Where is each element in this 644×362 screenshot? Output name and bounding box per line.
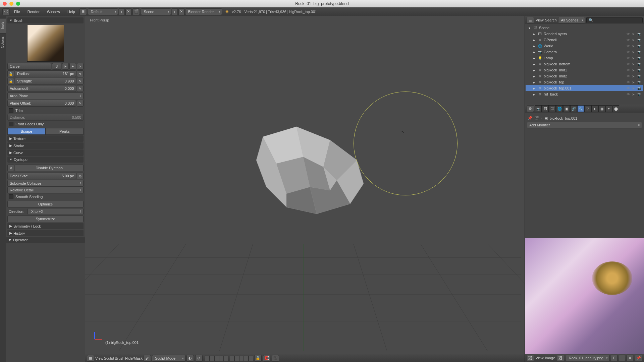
outliner-item[interactable]: ▸▽bigRock_mid1👁➤📷 [526, 67, 643, 73]
minimize-window-button[interactable] [9, 2, 13, 6]
tab-options[interactable]: Options [0, 33, 6, 51]
properties-editor-icon[interactable]: ⚙ [527, 105, 534, 112]
optimize-button[interactable]: Optimize [7, 201, 84, 207]
texture-panel[interactable]: ▶Texture [7, 135, 84, 142]
add-scene-button[interactable]: + [172, 8, 178, 15]
tab-data-icon[interactable]: ▽ [584, 105, 591, 112]
add-layout-button[interactable]: + [119, 8, 125, 15]
outliner-item[interactable]: ▸📷Camera👁➤📷 [526, 49, 643, 55]
brush-menu[interactable]: Brush [115, 356, 124, 360]
curve-panel[interactable]: ▶Curve [7, 149, 84, 156]
tab-modifiers-icon[interactable]: 🔧 [577, 105, 584, 112]
lock-strength-icon[interactable]: 🔒 [7, 78, 14, 84]
brush-panel-header[interactable]: ▼Brush [7, 17, 84, 23]
subdivide-method-select[interactable]: Subdivide Collapse [7, 180, 84, 187]
image-fake-user-button[interactable]: F [611, 355, 618, 361]
outliner-filter-dropdown[interactable]: All Scenes [558, 17, 585, 23]
outliner-item[interactable]: ▸▽bigRock_top👁➤📷 [526, 79, 643, 85]
fake-user-button[interactable]: F [62, 63, 69, 70]
render-engine-dropdown[interactable]: Blender Render [185, 8, 222, 15]
tab-physics-icon[interactable]: ⬤ [612, 105, 619, 112]
plane-offset-field[interactable]: Plane Offset:0.000 [7, 100, 76, 107]
image-name-field[interactable]: Rock_01_beauty.png [566, 355, 609, 361]
pressure-planeoffset-icon[interactable]: ✎ [77, 100, 84, 107]
outliner-item[interactable]: ▸▽bigRock_top.001👁➤📷 [526, 85, 643, 91]
image-unlink-button[interactable]: ✕ [627, 355, 633, 361]
render-preview-icon[interactable]: 🎥 [272, 355, 279, 362]
lock-camera-icon[interactable]: 🔒 [254, 355, 262, 362]
radius-field[interactable]: Radius:161 px [15, 70, 76, 77]
dyntopo-panel-header[interactable]: ▼Dyntopo [7, 157, 84, 163]
tab-constraints-icon[interactable]: 🔗 [570, 105, 577, 112]
scene-row[interactable]: ▾🎬Scene [526, 25, 643, 31]
smooth-shading-checkbox[interactable]: Smooth Shading [7, 193, 84, 200]
outliner-tree[interactable]: ▾🎬Scene ▸🎞RenderLayers👁➤📷▸✏GPencil👁➤📷▸🌐W… [525, 24, 644, 105]
unlink-brush-button[interactable]: ✕ [77, 63, 84, 70]
detail-type-select[interactable]: Relative Detail [7, 187, 84, 193]
image-add-button[interactable]: + [619, 355, 626, 361]
tab-tools[interactable]: Tools [0, 18, 6, 33]
brush-name-field[interactable]: Carve [7, 63, 51, 70]
pressure-strength-icon[interactable]: ✎ [77, 78, 84, 84]
outliner-item[interactable]: ▸✏GPencil👁➤📷 [526, 37, 643, 43]
outliner-editor-icon[interactable]: ☰ [527, 17, 534, 23]
history-panel[interactable]: ▶History [7, 230, 84, 236]
tab-renderlayers-icon[interactable]: 🎞 [542, 105, 549, 112]
tab-object-icon[interactable]: ▣ [563, 105, 570, 112]
menu-window[interactable]: Window [44, 8, 63, 15]
outliner-view-menu[interactable]: View [536, 18, 544, 22]
tab-material-icon[interactable]: ● [591, 105, 598, 112]
image-image-menu[interactable]: Image [545, 356, 555, 360]
add-brush-button[interactable]: + [69, 63, 76, 70]
trim-checkbox[interactable]: Trim [7, 107, 84, 114]
detail-size-field[interactable]: Detail Size:5.00 px [7, 173, 76, 179]
image-view-menu[interactable]: View [536, 356, 544, 360]
view-editor-type-icon[interactable]: ▦ [87, 355, 94, 362]
outliner-item[interactable]: ▸🌐World👁➤📷 [526, 43, 643, 49]
outliner-item[interactable]: ▸▽ref_back👁➤📷 [526, 91, 643, 97]
dyntopo-x-button[interactable]: ✕ [7, 165, 14, 171]
outliner-item[interactable]: ▸🎞RenderLayers👁➤📷 [526, 31, 643, 37]
view-menu[interactable]: View [95, 356, 103, 360]
outliner-item[interactable]: ▸💡Lamp👁➤📷 [526, 55, 643, 61]
tab-particles-icon[interactable]: ✦ [605, 105, 612, 112]
pressure-radius-icon[interactable]: ✎ [77, 70, 84, 77]
mode-dropdown[interactable]: Sculpt Mode [152, 355, 185, 362]
symmetrize-button[interactable]: Symmetrize [7, 216, 84, 222]
tab-render-icon[interactable]: 📷 [535, 105, 542, 112]
outliner-search-menu[interactable]: Search [545, 18, 557, 22]
strength-field[interactable]: Strength:0.900 [15, 78, 76, 84]
stroke-panel[interactable]: ▶Stroke [7, 142, 84, 149]
image-browse-icon[interactable]: 🖼 [557, 355, 564, 361]
tab-scene-icon[interactable]: 🎬 [549, 105, 556, 112]
symmetry-panel[interactable]: ▶Symmetry / Lock [7, 223, 84, 229]
scrape-toggle[interactable]: Scrape [7, 128, 46, 135]
delete-scene-button[interactable]: ✕ [178, 8, 184, 15]
outliner-item[interactable]: ▸▽bigRock_mid2👁➤📷 [526, 73, 643, 79]
menu-render[interactable]: Render [24, 8, 43, 15]
outliner-search-input[interactable]: 🔍 [586, 17, 643, 23]
add-modifier-dropdown[interactable]: Add Modifier [527, 122, 642, 128]
menu-file[interactable]: File [11, 8, 23, 15]
tab-texture-icon[interactable]: ▦ [598, 105, 605, 112]
pin-icon[interactable]: 📌 [528, 116, 532, 120]
detail-size-extra-icon[interactable]: ⊙ [77, 173, 84, 179]
lock-radius-icon[interactable]: 🔒 [7, 70, 14, 77]
front-faces-checkbox[interactable]: Front Faces Only [7, 121, 84, 127]
screen-layout-dropdown[interactable]: Default [88, 8, 118, 15]
image-editor-type-icon[interactable]: 🖼 [527, 355, 534, 361]
pivot-icon[interactable]: ⊙ [195, 355, 203, 362]
disable-dyntopo-button[interactable]: Disable Dyntopo [15, 165, 84, 171]
image-pin-icon[interactable]: 📌 [635, 355, 642, 361]
editor-type-icon[interactable]: ⓘ [2, 8, 10, 15]
reference-image[interactable] [525, 238, 644, 354]
symmetrize-direction-select[interactable]: -X to +X [28, 208, 84, 215]
shading-icon[interactable]: ◐ [186, 355, 194, 362]
operator-panel[interactable]: ▼Operator [6, 237, 85, 243]
menu-help[interactable]: Help [64, 8, 78, 15]
direction-toggle[interactable]: Scrape Peaks [7, 128, 84, 135]
delete-layout-button[interactable]: ✕ [125, 8, 131, 15]
zoom-window-button[interactable] [16, 2, 20, 6]
pressure-autosmooth-icon[interactable]: ✎ [77, 85, 84, 92]
scene-dropdown[interactable]: Scene [141, 8, 171, 15]
